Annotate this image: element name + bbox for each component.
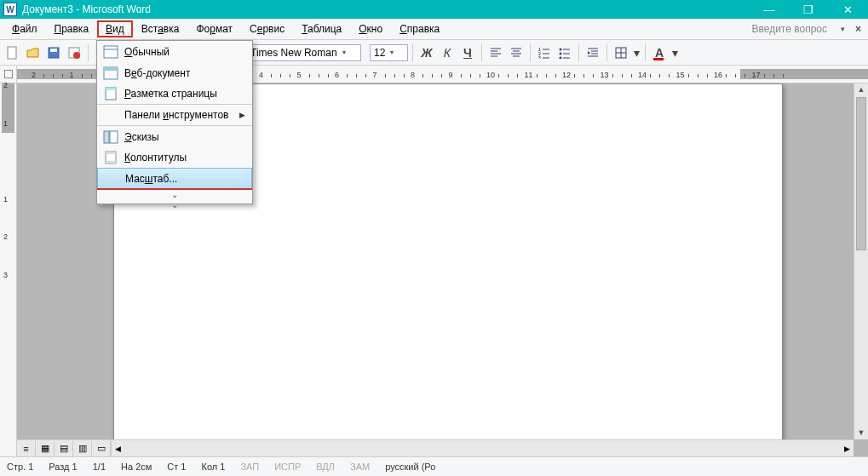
- svg-text:3: 3: [538, 55, 541, 59]
- font-size-select[interactable]: 12▾: [370, 44, 408, 61]
- borders-dropdown[interactable]: ▾: [632, 43, 641, 62]
- outline-view-button[interactable]: ▥: [73, 441, 92, 456]
- font-color-button[interactable]: A: [650, 43, 669, 62]
- status-line: Ст 1: [167, 462, 186, 472]
- open-button[interactable]: [24, 43, 43, 62]
- status-ext: ВДЛ: [316, 462, 335, 472]
- normal-view-button[interactable]: ≡: [17, 441, 36, 456]
- titlebar: W Документ3 - Microsoft Word — ❐ ✕: [0, 0, 868, 19]
- status-track: ИСПР: [274, 462, 301, 472]
- menu-view[interactable]: Вид: [97, 20, 133, 37]
- menubar-close-button[interactable]: ×: [852, 23, 865, 35]
- font-color-dropdown[interactable]: ▾: [670, 43, 679, 62]
- status-position: На 2см: [121, 462, 152, 472]
- align-left-button[interactable]: [486, 43, 505, 62]
- app-icon: W: [3, 3, 17, 16]
- menu-edit[interactable]: Правка: [46, 20, 98, 37]
- view-mode-buttons: ≡ ▦ ▤ ▥ ▭: [17, 441, 112, 456]
- svg-rect-44: [104, 67, 118, 79]
- dd-web-layout[interactable]: Веб-документ: [97, 62, 252, 83]
- dd-normal-view[interactable]: Обычный: [97, 41, 252, 62]
- web-layout-icon: [101, 65, 121, 82]
- italic-button[interactable]: К: [438, 43, 457, 62]
- vertical-scrollbar[interactable]: ▲ ▼: [854, 83, 868, 439]
- dd-zoom[interactable]: Масштаб...: [97, 168, 252, 189]
- menu-format[interactable]: Формат: [187, 20, 241, 37]
- window-controls: — ❐ ✕: [757, 3, 859, 16]
- status-column: Кол 1: [201, 462, 225, 472]
- svg-rect-2: [50, 49, 57, 52]
- menu-insert[interactable]: Вставка: [133, 20, 188, 37]
- svg-rect-39: [616, 48, 626, 58]
- svg-rect-0: [8, 47, 16, 59]
- menu-window[interactable]: Окно: [350, 20, 391, 37]
- svg-rect-48: [104, 131, 109, 143]
- help-dropdown-icon[interactable]: ▾: [841, 25, 845, 33]
- scroll-left-arrow[interactable]: ◀: [112, 444, 124, 453]
- indent-button[interactable]: [583, 43, 602, 62]
- svg-rect-52: [106, 161, 116, 163]
- window-title: Документ3 - Microsoft Word: [22, 3, 757, 15]
- numbered-list-button[interactable]: 123: [535, 43, 554, 62]
- minimize-button[interactable]: —: [757, 3, 781, 16]
- scroll-right-arrow[interactable]: ▶: [841, 444, 854, 453]
- bold-button[interactable]: Ж: [417, 43, 436, 62]
- menu-service[interactable]: Сервис: [241, 20, 293, 37]
- svg-text:2: 2: [538, 51, 541, 56]
- svg-rect-50: [106, 152, 116, 163]
- svg-rect-42: [104, 46, 118, 58]
- web-view-button[interactable]: ▦: [36, 441, 55, 456]
- submenu-arrow-icon: ▶: [239, 111, 245, 119]
- scroll-down-arrow[interactable]: ▼: [854, 427, 868, 439]
- vertical-ruler[interactable]: 21123: [0, 83, 16, 456]
- save-button[interactable]: [44, 43, 63, 62]
- thumbnails-icon: [101, 129, 121, 146]
- dd-expand-chevron[interactable]: ⌄⌄: [97, 190, 252, 204]
- maximize-button[interactable]: ❐: [796, 3, 820, 16]
- horizontal-scroll-track[interactable]: [137, 442, 828, 456]
- menu-help[interactable]: Справка: [391, 20, 448, 37]
- status-section: Разд 1: [49, 462, 77, 472]
- horizontal-scroll-row: ≡ ▦ ▤ ▥ ▭ ◀ ▶: [17, 439, 854, 456]
- svg-point-33: [560, 56, 562, 59]
- svg-point-29: [560, 48, 562, 50]
- svg-rect-46: [106, 88, 116, 100]
- view-dropdown-menu: Обычный Веб-документ Разметка страницы П…: [96, 40, 253, 204]
- menu-table[interactable]: Таблица: [293, 20, 350, 37]
- vertical-scroll-thumb[interactable]: [856, 97, 866, 250]
- borders-button[interactable]: [612, 43, 630, 62]
- svg-rect-1: [49, 48, 59, 58]
- print-layout-button[interactable]: ▤: [55, 441, 73, 456]
- vertical-ruler-column: 21123: [0, 66, 17, 456]
- menu-file[interactable]: Файл: [3, 20, 46, 37]
- menubar: Файл Правка Вид Вставка Формат Сервис Та…: [0, 19, 868, 40]
- scroll-up-arrow[interactable]: ▲: [854, 83, 868, 96]
- statusbar: Стр. 1 Разд 1 1/1 На 2см Ст 1 Кол 1 ЗАП …: [0, 456, 868, 476]
- svg-rect-51: [106, 152, 116, 154]
- print-layout-icon: [101, 85, 121, 102]
- reading-view-button[interactable]: ▭: [92, 441, 111, 456]
- blank-icon: [101, 106, 121, 123]
- status-rec: ЗАП: [240, 462, 259, 472]
- underline-button[interactable]: Ч: [458, 43, 477, 62]
- status-ovr: ЗАМ: [350, 462, 370, 472]
- svg-rect-3: [69, 48, 79, 58]
- new-doc-button[interactable]: [3, 43, 22, 62]
- close-button[interactable]: ✕: [836, 3, 859, 16]
- dd-header-footer[interactable]: Колонтитулы: [97, 147, 252, 169]
- permission-button[interactable]: [65, 43, 83, 62]
- dd-thumbnails[interactable]: Эскизы: [97, 126, 252, 147]
- help-search-input[interactable]: Введите вопрос: [751, 23, 827, 35]
- status-pages: 1/1: [93, 462, 106, 472]
- align-center-button[interactable]: [507, 43, 526, 62]
- font-name-select[interactable]: Times New Roman▾: [246, 44, 361, 61]
- bullet-list-button[interactable]: [555, 43, 574, 62]
- dd-toolbars[interactable]: Панели инструментов ▶: [97, 105, 252, 126]
- svg-rect-47: [106, 88, 116, 90]
- header-footer-icon: [101, 149, 121, 166]
- svg-text:1: 1: [538, 47, 541, 52]
- ruler-corner[interactable]: [0, 66, 16, 83]
- svg-rect-45: [104, 67, 118, 71]
- dd-print-layout[interactable]: Разметка страницы: [97, 83, 252, 105]
- svg-point-4: [73, 52, 80, 59]
